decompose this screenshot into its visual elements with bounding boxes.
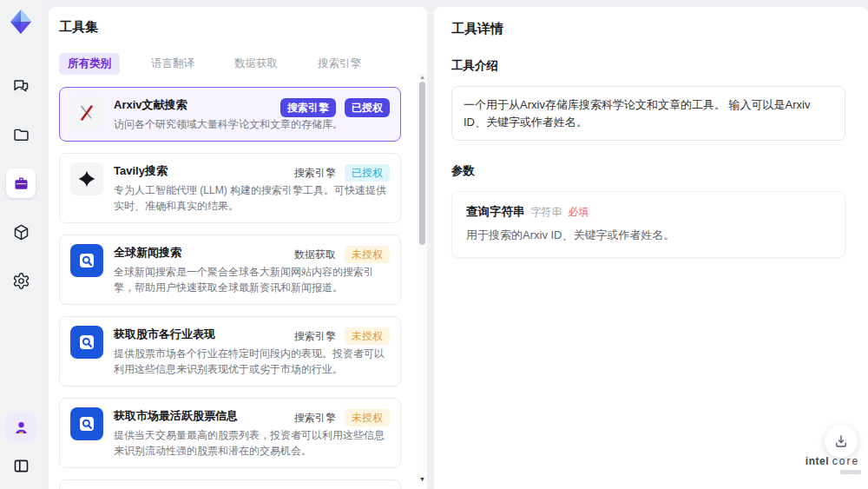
- cube-icon[interactable]: [6, 217, 36, 247]
- tool-card-sector-performance[interactable]: 获取股市各行业表现 提供股票市场各个行业在特定时间段内的表现。投资者可以利用这些…: [59, 316, 401, 387]
- tool-intro-text: 一个用于从Arxiv存储库搜索科学论文和文章的工具。 输入可以是Arxiv ID…: [451, 86, 845, 141]
- list-scrollbar[interactable]: ▲ ▼: [418, 73, 427, 484]
- intel-core-logo: intel core: [804, 455, 861, 474]
- app-logo-icon: [6, 7, 36, 36]
- tool-desc: 提供当天交易量最高的股票列表，投资者可以利用这些信息来识别流动性强的股票和潜在的…: [114, 427, 390, 459]
- download-icon: [833, 433, 849, 449]
- auth-badge: 已授权: [345, 164, 390, 182]
- auth-badge: 未授权: [345, 246, 390, 263]
- param-required-flag: 必填: [569, 205, 589, 220]
- tool-desc: 提供股票市场各个行业在特定时间段内的表现。投资者可以利用这些信息来识别表现优于或…: [114, 346, 390, 377]
- category-badge: 搜索引擎: [294, 331, 336, 341]
- param-name: 查询字符串: [466, 204, 525, 220]
- scroll-down-arrow[interactable]: ▼: [418, 476, 427, 483]
- category-tabs: 所有类别 语言翻译 数据获取 搜索引擎: [59, 53, 417, 75]
- blue-search-icon: [70, 407, 103, 440]
- folder-icon[interactable]: [6, 120, 36, 149]
- tool-desc: 全球新闻搜索是一个聚合全球各大新闻网站内容的搜索引擎，帮助用户快速获取全球最新资…: [114, 264, 390, 295]
- download-button[interactable]: [825, 425, 858, 458]
- auth-badge: 未授权: [345, 409, 390, 426]
- gear-icon[interactable]: [6, 266, 36, 295]
- tab-data-fetch[interactable]: 数据获取: [226, 53, 286, 75]
- user-avatar-icon[interactable]: [6, 413, 36, 442]
- tool-card-regional-news[interactable]: 万维地区新闻查询 查询具体行政区划内的新闻，快速了解各地新闻动 搜索引擎 未授权: [59, 479, 401, 489]
- blue-search-icon: [70, 326, 103, 359]
- tool-desc: 专为人工智能代理 (LLM) 构建的搜索引擎工具。可快速提供实时、准确和真实的结…: [114, 182, 390, 214]
- scrollbar-thumb[interactable]: [419, 82, 425, 245]
- tool-card-list: Arxiv文献搜索 访问各个研究领域大量科学论文和文章的存储库。 搜索引擎 已授…: [59, 87, 417, 489]
- tab-search-engine[interactable]: 搜索引擎: [309, 53, 370, 75]
- param-type: 字符串: [531, 205, 562, 220]
- panel-toggle-icon[interactable]: [6, 451, 36, 480]
- param-desc: 用于搜索的Arxiv ID、关键字或作者姓名。: [466, 228, 831, 243]
- category-badge: 数据获取: [294, 249, 336, 260]
- intro-heading: 工具介绍: [451, 58, 845, 74]
- tab-all-categories[interactable]: 所有类别: [59, 53, 120, 75]
- tab-language-translation[interactable]: 语言翻译: [142, 53, 203, 75]
- tavily-star-icon: [70, 162, 103, 195]
- category-badge: 搜索引擎: [280, 98, 336, 117]
- tool-desc: 访问各个研究领域大量科学论文和文章的存储库。: [114, 116, 390, 132]
- brand-word-intel: intel: [806, 455, 829, 467]
- brand-underline: [840, 470, 861, 474]
- chat-icon[interactable]: [6, 71, 36, 101]
- tool-card-global-news[interactable]: 全球新闻搜索 全球新闻搜索是一个聚合全球各大新闻网站内容的搜索引擎，帮助用户快速…: [59, 235, 401, 305]
- icon-sidebar: [0, 0, 42, 489]
- category-badge: 搜索引擎: [294, 168, 336, 178]
- page-title: 工具集: [59, 19, 417, 36]
- briefcase-icon-toolset[interactable]: [6, 169, 36, 198]
- tool-card-active-stocks[interactable]: 获取市场最活跃股票信息 提供当天交易量最高的股票列表，投资者可以利用这些信息来识…: [59, 398, 401, 468]
- param-card: 查询字符串 字符串 必填 用于搜索的Arxiv ID、关键字或作者姓名。: [451, 191, 845, 258]
- toolset-panel: 工具集 所有类别 语言翻译 数据获取 搜索引擎 Arxiv文献搜索 访问各个研究…: [49, 7, 427, 489]
- brand-word-core: core: [832, 455, 859, 467]
- tool-card-tavily[interactable]: Tavily搜索 专为人工智能代理 (LLM) 构建的搜索引擎工具。可快速提供实…: [59, 153, 401, 223]
- tool-card-arxiv[interactable]: Arxiv文献搜索 访问各个研究领域大量科学论文和文章的存储库。 搜索引擎 已授…: [59, 87, 401, 142]
- blue-search-icon: [70, 244, 103, 277]
- category-badge: 搜索引擎: [294, 413, 336, 423]
- tool-detail-panel: 工具详情 工具介绍 一个用于从Arxiv存储库搜索科学论文和文章的工具。 输入可…: [434, 7, 868, 489]
- scroll-up-arrow[interactable]: ▲: [418, 74, 427, 81]
- arxiv-icon: [70, 96, 103, 129]
- params-heading: 参数: [451, 163, 845, 179]
- auth-badge: 未授权: [345, 327, 390, 345]
- auth-badge: 已授权: [345, 98, 390, 117]
- detail-title: 工具详情: [451, 21, 845, 37]
- app-root: 工具集 所有类别 语言翻译 数据获取 搜索引擎 Arxiv文献搜索 访问各个研究…: [0, 0, 868, 489]
